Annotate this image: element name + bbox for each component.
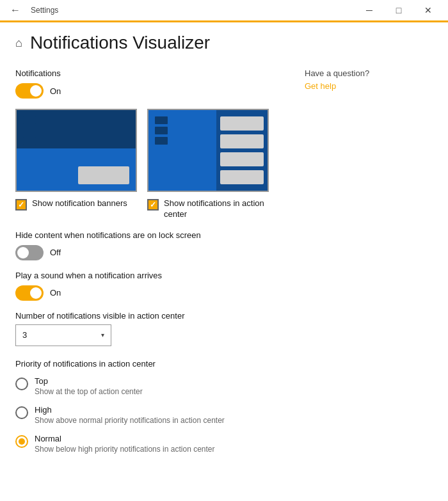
action-sidebar-block-3: [155, 137, 168, 145]
banner-checkbox-label: Show notification banners: [32, 198, 127, 209]
action-sidebar: [155, 116, 168, 145]
action-card-1: [220, 116, 264, 131]
lock-screen-toggle-label: Off: [50, 248, 61, 257]
lock-screen-section: Hide content when notifications are on l…: [15, 230, 305, 260]
action-center-checkbox-label: Show notifications in action center: [164, 198, 269, 220]
action-panel: [216, 110, 268, 192]
action-sidebar-block-2: [155, 127, 168, 134]
number-of-notifications-section: Number of notifications visible in actio…: [15, 311, 305, 346]
have-question-text: Have a question?: [305, 68, 433, 78]
radio-item-top[interactable]: Top Show at the top of action center: [15, 376, 305, 396]
notifications-label: Notifications: [15, 68, 305, 78]
radio-text-top: Top Show at the top of action center: [35, 376, 143, 396]
play-sound-label: Play a sound when a notification arrives: [15, 271, 305, 280]
number-of-notifications-label: Number of notifications visible in actio…: [15, 311, 305, 321]
lock-screen-toggle[interactable]: [15, 245, 44, 260]
notifications-toggle[interactable]: [15, 83, 44, 99]
page-title: Notifications Visualizer: [30, 33, 210, 53]
radio-button-high[interactable]: [15, 406, 28, 419]
radio-selected-indicator: [19, 438, 25, 445]
banner-checkbox-row: ✓ Show notification banners: [15, 198, 127, 211]
play-sound-section: Play a sound when a notification arrives…: [15, 271, 305, 301]
banner-thumbnail-image: [15, 109, 137, 192]
radio-text-high: High Show above normal priority notifica…: [35, 405, 225, 425]
radio-button-normal[interactable]: [15, 435, 28, 448]
sidebar-block-1: [23, 116, 36, 124]
action-sidebar-block-1: [155, 116, 168, 124]
title-bar-title: Settings: [31, 6, 58, 15]
main-content: ⌂ Notifications Visualizer Notifications…: [0, 22, 448, 474]
play-sound-toggle-label: On: [50, 288, 61, 298]
action-center-check-mark: ✓: [150, 200, 156, 209]
close-button[interactable]: ✕: [413, 0, 443, 20]
banner-content-box: [78, 166, 129, 184]
banner-sidebar: [23, 116, 36, 145]
lock-screen-label: Hide content when notifications are on l…: [15, 230, 305, 240]
notifications-toggle-label: On: [50, 86, 61, 96]
priority-label: Priority of notifications in action cent…: [15, 359, 305, 369]
radio-text-normal: Normal Show below high priority notifica…: [35, 434, 214, 454]
radio-label-normal: Normal: [35, 434, 214, 443]
radio-button-top[interactable]: [15, 378, 28, 390]
radio-item-high[interactable]: High Show above normal priority notifica…: [15, 405, 305, 425]
play-sound-toggle-row: On: [15, 285, 305, 301]
right-column: Have a question? Get help: [305, 68, 433, 464]
home-icon: ⌂: [15, 36, 22, 50]
notifications-toggle-thumb: [30, 85, 42, 97]
sidebar-block-2: [23, 127, 36, 134]
main-layout: Notifications On: [15, 68, 433, 464]
banner-thumbnail-block: ✓ Show notification banners: [15, 109, 137, 220]
action-card-3: [220, 152, 264, 166]
radio-desc-high: Show above normal priority notifications…: [35, 416, 225, 425]
lock-screen-toggle-thumb: [17, 247, 29, 258]
sidebar-block-3: [23, 137, 36, 145]
notifications-section: Notifications On: [15, 68, 305, 99]
title-bar: ← Settings ─ □ ✕: [0, 0, 448, 20]
radio-desc-top: Show at the top of action center: [35, 387, 143, 396]
play-sound-toggle-thumb: [30, 287, 42, 299]
lock-screen-toggle-row: Off: [15, 245, 305, 260]
back-button[interactable]: ←: [5, 0, 26, 20]
thumbnails-row: ✓ Show notification banners: [15, 109, 305, 220]
action-card-2: [220, 134, 264, 148]
action-center-checkbox-row: ✓ Show notifications in action center: [147, 198, 269, 220]
action-card-4: [220, 170, 264, 184]
get-help-link[interactable]: Get help: [305, 81, 336, 91]
left-column: Notifications On: [15, 68, 305, 464]
title-bar-controls: ─ □ ✕: [355, 0, 443, 20]
banner-checkbox[interactable]: ✓: [15, 199, 27, 211]
radio-item-normal[interactable]: Normal Show below high priority notifica…: [15, 434, 305, 454]
play-sound-toggle[interactable]: [15, 285, 44, 301]
maximize-button[interactable]: □: [384, 0, 413, 20]
page-header: ⌂ Notifications Visualizer: [15, 33, 433, 53]
action-center-checkbox[interactable]: ✓: [147, 199, 159, 211]
radio-desc-normal: Show below high priority notifications i…: [35, 445, 214, 454]
priority-section: Priority of notifications in action cent…: [15, 359, 305, 454]
action-center-thumbnail-image: [147, 109, 269, 192]
chevron-down-icon: ▾: [101, 331, 104, 338]
notifications-toggle-row: On: [15, 83, 305, 99]
banner-check-mark: ✓: [18, 200, 24, 209]
action-center-thumbnail-block: ✓ Show notifications in action center: [147, 109, 269, 220]
radio-label-top: Top: [35, 376, 143, 386]
radio-label-high: High: [35, 405, 225, 415]
minimize-button[interactable]: ─: [355, 0, 384, 20]
number-of-notifications-dropdown[interactable]: 3 ▾: [15, 324, 111, 346]
dropdown-value: 3: [22, 330, 27, 340]
